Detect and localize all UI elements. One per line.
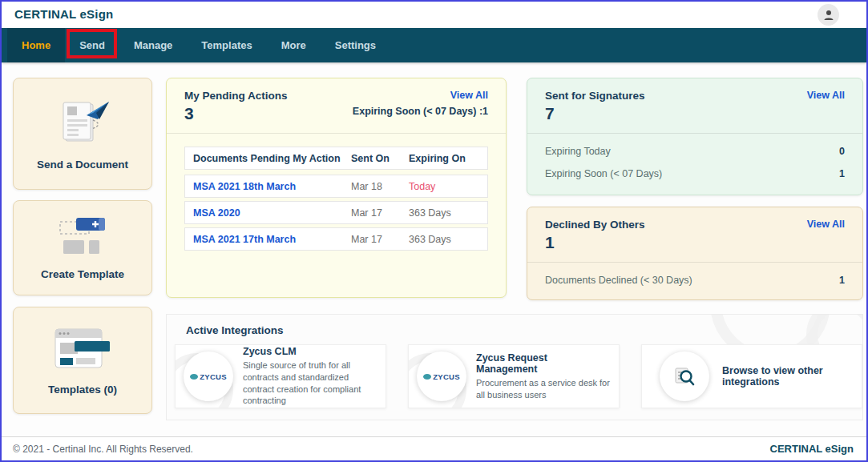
sent-on-value: Mar 17	[351, 207, 409, 219]
integration-description: Single source of truth for all contracts…	[243, 360, 377, 407]
integrations-title: Active Integrations	[186, 324, 862, 336]
sent-signatures-title: Sent for Signatures	[545, 90, 845, 102]
declined-count: 1	[545, 233, 845, 252]
send-a-document-label: Send a Document	[37, 159, 128, 171]
zycus-swoosh-icon	[423, 374, 431, 380]
table-row: MSA 2021 17th March Mar 17 363 Days	[184, 227, 488, 251]
sent-on-value: Mar 18	[351, 181, 409, 192]
document-link[interactable]: MSA 2021 18th March	[193, 181, 351, 192]
zycus-logo: ZYCUS	[184, 352, 233, 401]
create-template-icon	[54, 215, 111, 257]
divider	[167, 133, 506, 134]
pending-view-all-link[interactable]: View All	[450, 90, 488, 101]
stat-label: Documents Declined (< 30 Days)	[545, 275, 692, 286]
integration-card-zycus-request-management[interactable]: ZYCUS Zycus Request Management Procureme…	[408, 344, 620, 408]
expiring-on-value: 363 Days	[409, 234, 479, 245]
nav-item-manage[interactable]: Manage	[119, 28, 187, 62]
stat-row-expiring-soon: Expiring Soon (< 07 Days) 1	[545, 163, 845, 185]
table-header-row: Documents Pending My Action Sent On Expi…	[184, 147, 488, 170]
pending-actions-title: My Pending Actions	[184, 90, 488, 102]
stat-row-expiring-today: Expiring Today 0	[545, 140, 845, 163]
sent-view-all-link[interactable]: View All	[807, 90, 845, 101]
declined-by-others-card: Declined By Others 1 View All Documents …	[527, 207, 863, 300]
app-logo: CERTINAL eSign	[14, 7, 113, 21]
search-document-icon	[672, 364, 696, 388]
integration-card-zycus-clm[interactable]: ZYCUS Zycus CLM Single source of truth f…	[175, 344, 386, 408]
expiring-on-value: 363 Days	[409, 207, 479, 219]
my-pending-actions-card: My Pending Actions 3 View All Expiring S…	[166, 78, 507, 298]
footer-logo: CERTINAL eSign	[770, 443, 854, 455]
table-row: MSA 2021 18th March Mar 18 Today	[184, 175, 488, 198]
templates-label: Templates (0)	[48, 384, 117, 396]
stat-label: Expiring Today	[545, 146, 611, 157]
user-avatar-button[interactable]	[818, 4, 839, 26]
table-row: MSA 2020 Mar 17 363 Days	[184, 201, 488, 224]
certinal-esign-dashboard: { "topbar": { "logo": "CERTINAL eSign" }…	[0, 0, 868, 462]
integration-name: Zycus Request Management	[476, 352, 611, 375]
declined-title: Declined By Others	[545, 219, 845, 231]
send-document-icon	[51, 98, 114, 147]
zycus-wordmark: ZYCUS	[200, 372, 227, 381]
document-link[interactable]: MSA 2020	[193, 207, 351, 219]
templates-icon	[50, 326, 115, 372]
stat-value: 1	[839, 275, 845, 286]
send-a-document-card[interactable]: Send a Document	[13, 78, 152, 190]
stat-value: 0	[839, 146, 845, 157]
col-header-documents: Documents Pending My Action	[193, 153, 351, 164]
zycus-logo: ZYCUS	[417, 352, 466, 401]
nav-item-settings[interactable]: Settings	[321, 28, 390, 62]
declined-view-all-link[interactable]: View All	[807, 219, 845, 230]
main-nav: Home Send Manage Templates More Settings	[2, 28, 866, 62]
templates-card[interactable]: Templates (0)	[13, 307, 152, 414]
stat-value: 1	[839, 168, 845, 179]
person-icon	[822, 9, 835, 22]
nav-item-templates[interactable]: Templates	[187, 28, 266, 62]
footer: © 2021 - Certinal Inc. All Rights Reserv…	[2, 436, 866, 460]
stat-label: Expiring Soon (< 07 Days)	[545, 168, 662, 179]
sent-for-signatures-card: Sent for Signatures 7 View All Expiring …	[527, 78, 863, 195]
zycus-wordmark: ZYCUS	[433, 372, 460, 381]
browse-integrations-label: Browse to view other integrations	[722, 365, 854, 388]
pending-expiring-note: Expiring Soon (< 07 Days) :1	[353, 106, 488, 117]
create-template-label: Create Template	[41, 268, 124, 280]
nav-item-more[interactable]: More	[267, 28, 321, 62]
stat-row-documents-declined: Documents Declined (< 30 Days) 1	[545, 269, 845, 291]
browse-integrations-card[interactable]: ✦ Browse to view other integrations	[641, 344, 862, 408]
integration-description: Procurement as a service desk for all bu…	[476, 377, 611, 401]
zycus-swoosh-icon	[190, 374, 198, 380]
expiring-on-value: Today	[409, 181, 479, 192]
active-integrations-panel: Active Integrations ZYCUS Zycus CLM Sing…	[166, 314, 863, 420]
col-header-expiring-on: Expiring On	[409, 153, 479, 164]
topbar: CERTINAL eSign	[2, 2, 866, 28]
integration-name: Zycus CLM	[243, 346, 377, 357]
annotation-highlight-send	[67, 29, 117, 58]
nav-item-home[interactable]: Home	[7, 28, 65, 62]
create-template-card[interactable]: Create Template	[13, 200, 152, 295]
document-link[interactable]: MSA 2021 17th March	[193, 234, 351, 245]
col-header-sent-on: Sent On	[351, 153, 409, 164]
sent-signatures-count: 7	[545, 104, 845, 123]
pending-documents-table: Documents Pending My Action Sent On Expi…	[184, 147, 488, 251]
copyright-text: © 2021 - Certinal Inc. All Rights Reserv…	[13, 444, 193, 455]
browse-icon-circle	[660, 352, 709, 401]
sent-on-value: Mar 17	[351, 234, 409, 245]
